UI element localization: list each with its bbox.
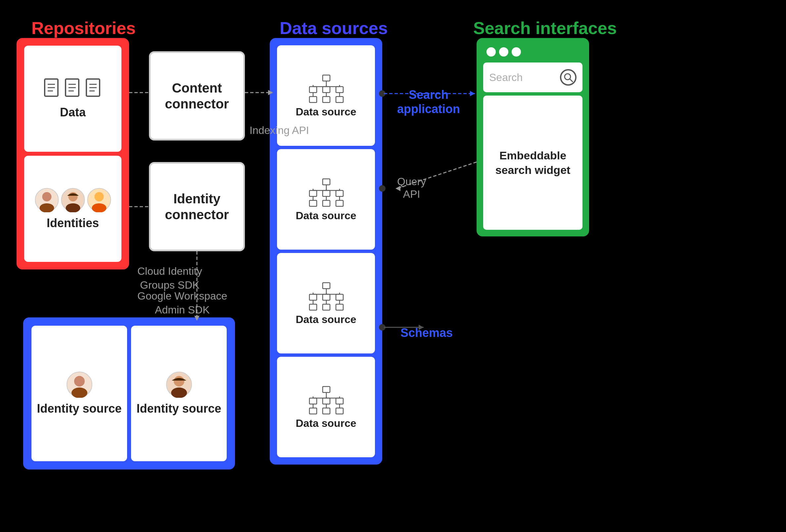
svg-rect-71: [323, 408, 330, 414]
svg-point-85: [174, 376, 184, 387]
tree-icon-4: [306, 385, 346, 415]
identity-source-1-label: Identity source: [37, 402, 121, 416]
data-source-3-label: Data source: [296, 313, 356, 326]
data-sources-label: Data sources: [280, 18, 388, 38]
data-source-3: Data source: [277, 253, 375, 354]
svg-rect-56: [323, 304, 330, 310]
repositories-box: Data: [17, 38, 129, 269]
svg-point-17: [66, 203, 80, 212]
svg-rect-53: [323, 294, 330, 300]
tree-icon-3: [306, 281, 346, 311]
identity-source-2: Identity source: [131, 326, 227, 461]
dot-1: [486, 47, 496, 56]
svg-marker-97: [470, 91, 475, 96]
svg-rect-21: [323, 75, 330, 81]
svg-rect-26: [323, 97, 330, 102]
identities-box: Identities: [24, 156, 121, 262]
svg-point-83: [71, 388, 87, 398]
data-source-2-label: Data source: [296, 210, 356, 222]
svg-rect-25: [309, 97, 317, 102]
cloud-identity-label: Cloud IdentityGroups SDK: [137, 265, 202, 292]
identity-source-icon-2: [166, 371, 192, 398]
search-application-label: Searchapplication: [397, 88, 460, 116]
svg-rect-55: [309, 304, 317, 310]
search-icon: [560, 69, 577, 86]
svg-rect-22: [309, 87, 317, 93]
data-source-2: Data source: [277, 149, 375, 250]
data-source-1-label: Data source: [296, 106, 356, 118]
identity-source-2-label: Identity source: [136, 402, 221, 416]
document-icon-1: [43, 78, 61, 101]
identity-source-icon-1: [66, 371, 93, 398]
search-bar[interactable]: Search: [483, 63, 582, 92]
data-source-4-label: Data source: [296, 417, 356, 430]
data-box: Data: [24, 46, 121, 152]
query-api-label: QueryAPI: [397, 175, 426, 201]
identity-source-1: Identity source: [31, 326, 127, 461]
svg-rect-24: [336, 87, 343, 93]
svg-rect-68: [323, 398, 330, 404]
content-connector-label: Content connector: [151, 80, 243, 112]
svg-rect-52: [309, 294, 317, 300]
svg-rect-57: [336, 304, 343, 310]
svg-rect-27: [336, 97, 343, 102]
document-icon-3: [85, 78, 103, 101]
svg-rect-37: [309, 190, 317, 196]
svg-rect-39: [336, 190, 343, 196]
indexing-api-label: Indexing API: [250, 124, 309, 137]
person-icon-1: [34, 188, 59, 212]
diagram: Repositories Data sources Search interfa…: [0, 0, 786, 532]
data-source-4: Data source: [277, 357, 375, 457]
widget-label: Embeddable search widget: [483, 148, 582, 177]
svg-point-82: [74, 376, 85, 387]
person-icon-3: [87, 188, 112, 212]
google-workspace-label: Google WorkspaceAdmin SDK: [137, 289, 227, 317]
identity-connector-label: Identity connector: [151, 191, 243, 222]
search-interfaces-label: Search interfaces: [473, 18, 617, 38]
svg-rect-69: [336, 398, 343, 404]
document-icon-2: [64, 78, 82, 101]
svg-point-86: [171, 388, 187, 398]
identity-connector-box: Identity connector: [149, 162, 245, 251]
repositories-label: Repositories: [31, 18, 136, 38]
search-interface-box: Search Embeddable search widget: [477, 38, 589, 236]
identity-icons: [34, 188, 112, 212]
schemas-label: Schemas: [400, 326, 453, 340]
svg-point-14: [39, 203, 54, 212]
embeddable-widget: Embeddable search widget: [483, 96, 582, 230]
search-dots: [483, 45, 582, 59]
svg-rect-40: [309, 200, 317, 206]
svg-point-20: [92, 203, 106, 212]
svg-rect-72: [336, 408, 343, 414]
svg-rect-51: [323, 283, 330, 289]
data-icons: [43, 78, 103, 101]
data-box-label: Data: [60, 105, 86, 119]
tree-icon-1: [306, 73, 346, 103]
svg-rect-66: [323, 387, 330, 392]
svg-rect-38: [323, 190, 330, 196]
dot-2: [499, 47, 508, 56]
svg-line-88: [570, 79, 573, 82]
svg-rect-23: [323, 87, 330, 93]
content-connector-box: Content connector: [149, 51, 245, 141]
svg-rect-70: [309, 408, 317, 414]
search-placeholder: Search: [489, 71, 523, 83]
identity-sources-box: Identity source Identity source: [23, 317, 235, 469]
person-icon-2: [61, 188, 85, 212]
svg-rect-54: [336, 294, 343, 300]
tree-icon-2: [306, 177, 346, 207]
dot-3: [512, 47, 521, 56]
identities-box-label: Identities: [47, 216, 99, 230]
svg-rect-41: [323, 200, 330, 206]
svg-rect-36: [323, 179, 330, 185]
svg-rect-42: [336, 200, 343, 206]
svg-rect-67: [309, 398, 317, 404]
svg-point-19: [94, 192, 103, 201]
svg-point-13: [42, 192, 51, 201]
data-sources-box: Data source Data source: [270, 38, 382, 464]
